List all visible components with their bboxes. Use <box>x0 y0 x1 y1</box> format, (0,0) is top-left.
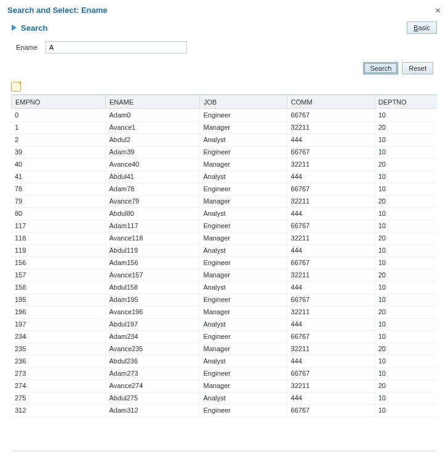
table-row[interactable]: 197Abdul197Analyst44410 <box>11 318 437 330</box>
table-row[interactable]: 235Avance235Manager3221120 <box>11 343 437 355</box>
col-deptno[interactable]: DEPTNO <box>374 95 437 109</box>
cell[interactable]: 10 <box>374 183 437 195</box>
cell[interactable]: 20 <box>374 232 437 244</box>
cell[interactable]: Analyst <box>199 318 287 330</box>
col-empno[interactable]: EMPNO <box>12 95 106 109</box>
cell[interactable]: 32211 <box>287 306 374 318</box>
cell[interactable]: Adam312 <box>105 404 199 416</box>
reset-button[interactable]: Reset <box>402 62 433 74</box>
cell[interactable]: 273 <box>11 367 105 379</box>
cell[interactable]: 444 <box>287 318 374 330</box>
table-row[interactable]: 78Adam78Engineer6676710 <box>11 183 437 195</box>
cell[interactable]: 41 <box>11 170 105 183</box>
table-row[interactable]: 157Avance157Manager3221120 <box>11 269 437 281</box>
cell[interactable]: 118 <box>11 232 105 244</box>
cell[interactable]: 117 <box>11 220 105 232</box>
cell[interactable]: 158 <box>11 281 105 293</box>
cell[interactable]: Abdul275 <box>105 392 199 404</box>
table-row[interactable]: 40Avance40Manager3221120 <box>11 158 437 170</box>
cell[interactable]: Abdul41 <box>105 170 199 183</box>
cell[interactable]: 10 <box>374 367 437 379</box>
cell[interactable]: Abdul119 <box>105 244 199 256</box>
cell[interactable]: Analyst <box>199 281 287 293</box>
cell[interactable]: 10 <box>374 133 437 146</box>
cell[interactable]: 10 <box>374 293 437 306</box>
cell[interactable]: Engineer <box>199 183 287 195</box>
cell[interactable]: 444 <box>287 170 374 183</box>
cell[interactable]: 20 <box>374 158 437 170</box>
cell[interactable]: 10 <box>374 207 437 220</box>
cell[interactable]: 1 <box>11 121 105 133</box>
cell[interactable]: 2 <box>11 133 105 146</box>
cell[interactable]: 79 <box>11 195 105 207</box>
table-row[interactable]: 0Adam0Engineer6676710 <box>11 109 437 121</box>
cell[interactable]: Manager <box>199 379 287 392</box>
cell[interactable]: 66767 <box>287 220 374 232</box>
table-row[interactable]: 41Abdul41Analyst44410 <box>11 170 437 183</box>
cell[interactable]: 66767 <box>287 330 374 343</box>
cell[interactable]: Adam195 <box>105 293 199 306</box>
table-row[interactable]: 234Adam234Engineer6676710 <box>11 330 437 343</box>
grid-scroll[interactable]: 0Adam0Engineer66767101Avance1Manager3221… <box>11 109 437 442</box>
cell[interactable]: Abdul80 <box>105 207 199 220</box>
cell[interactable]: 444 <box>287 207 374 220</box>
cell[interactable]: 20 <box>374 121 437 133</box>
table-row[interactable]: 195Adam195Engineer6676710 <box>11 293 437 306</box>
cell[interactable]: 66767 <box>287 404 374 416</box>
cell[interactable]: 444 <box>287 281 374 293</box>
cell[interactable]: 32211 <box>287 269 374 281</box>
cell[interactable]: 10 <box>374 256 437 269</box>
cell[interactable]: Analyst <box>199 207 287 220</box>
table-row[interactable]: 275Abdul275Analyst44410 <box>11 392 437 404</box>
cell[interactable]: 32211 <box>287 232 374 244</box>
cell[interactable]: 20 <box>374 269 437 281</box>
cell[interactable]: Avance1 <box>105 121 199 133</box>
cell[interactable]: 444 <box>287 355 374 367</box>
new-record-icon[interactable] <box>11 82 21 92</box>
cell[interactable]: Engineer <box>199 367 287 379</box>
cell[interactable]: Avance196 <box>105 306 199 318</box>
cell[interactable]: Engineer <box>199 330 287 343</box>
cell[interactable]: 32211 <box>287 343 374 355</box>
cell[interactable]: Manager <box>199 306 287 318</box>
cell[interactable]: 195 <box>11 293 105 306</box>
cell[interactable]: 66767 <box>287 183 374 195</box>
cell[interactable]: Adam156 <box>105 256 199 269</box>
cell[interactable]: 32211 <box>287 158 374 170</box>
ename-input[interactable] <box>46 41 187 54</box>
cell[interactable]: 444 <box>287 244 374 256</box>
table-row[interactable]: 158Abdul158Analyst44410 <box>11 281 437 293</box>
cell[interactable]: 10 <box>374 109 437 121</box>
table-row[interactable]: 119Abdul119Analyst44410 <box>11 244 437 256</box>
cell[interactable]: Manager <box>199 232 287 244</box>
cell[interactable]: 10 <box>374 355 437 367</box>
cell[interactable]: Analyst <box>199 355 287 367</box>
cell[interactable]: Engineer <box>199 146 287 158</box>
cell[interactable]: 66767 <box>287 146 374 158</box>
cell[interactable]: 78 <box>11 183 105 195</box>
cell[interactable]: Engineer <box>199 404 287 416</box>
cell[interactable]: 39 <box>11 146 105 158</box>
cell[interactable]: 10 <box>374 146 437 158</box>
col-ename[interactable]: ENAME <box>105 95 199 109</box>
cell[interactable]: 157 <box>11 269 105 281</box>
cell[interactable]: 32211 <box>287 379 374 392</box>
cell[interactable]: 156 <box>11 256 105 269</box>
cell[interactable]: 20 <box>374 379 437 392</box>
cell[interactable]: 66767 <box>287 293 374 306</box>
cell[interactable]: Abdul2 <box>105 133 199 146</box>
cell[interactable]: 32211 <box>287 121 374 133</box>
cell[interactable]: 66767 <box>287 109 374 121</box>
cell[interactable]: Adam117 <box>105 220 199 232</box>
cell[interactable]: 312 <box>11 404 105 416</box>
table-row[interactable]: 118Avance118Manager3221120 <box>11 232 437 244</box>
cell[interactable]: Avance40 <box>105 158 199 170</box>
cell[interactable]: 10 <box>374 330 437 343</box>
cell[interactable]: Avance79 <box>105 195 199 207</box>
cell[interactable]: 10 <box>374 392 437 404</box>
table-row[interactable]: 1Avance1Manager3221120 <box>11 121 437 133</box>
cell[interactable]: Avance235 <box>105 343 199 355</box>
cell[interactable]: Adam273 <box>105 367 199 379</box>
cell[interactable]: 32211 <box>287 195 374 207</box>
cell[interactable]: 234 <box>11 330 105 343</box>
